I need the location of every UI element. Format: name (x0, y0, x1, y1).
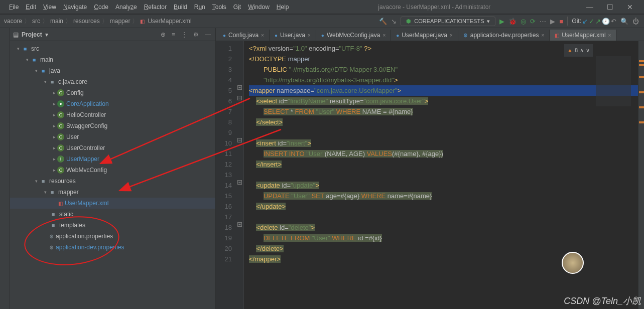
git-history-icon[interactable]: 🕗 (602, 18, 610, 25)
close-icon[interactable]: × (450, 33, 453, 38)
line-number-gutter[interactable]: 123456789101112131415161718192021 (216, 41, 236, 309)
step-icon[interactable]: ▶ (550, 18, 555, 25)
expand-all-icon[interactable]: ≡ (170, 31, 177, 38)
tree-pkg[interactable]: c.java.core (58, 78, 87, 85)
gear-icon[interactable]: ⚙ (192, 31, 200, 38)
tab-usermapper-xml[interactable]: ◧UserMapper.xml× (550, 30, 616, 41)
project-panel-title[interactable]: Project (22, 31, 42, 38)
attach-icon[interactable]: ⋯ (540, 18, 546, 25)
fold-handle[interactable]: − (237, 96, 242, 100)
tab-usermapper-java[interactable]: ●UserMapper.java× (391, 30, 458, 41)
hide-panel-icon[interactable]: — (203, 31, 212, 38)
menu-window[interactable]: Window (248, 4, 270, 11)
git-label: Git: (572, 18, 581, 25)
coverage-icon[interactable]: ◎ (521, 18, 526, 25)
menu-analyze[interactable]: Analyze (115, 4, 137, 11)
tree-src[interactable]: src (31, 45, 39, 52)
build-icon[interactable]: ↘ (391, 18, 397, 25)
tree-userctrl[interactable]: UserController (66, 144, 105, 151)
menu-edit[interactable]: Edit (26, 4, 36, 11)
inspection-widget[interactable]: ▲8∧∨ (564, 44, 593, 57)
menu-bar: File Edit View Navigate Code Analyze Ref… (4, 2, 289, 13)
git-update-icon[interactable]: ↙ (582, 18, 588, 25)
tree-static[interactable]: static (59, 211, 73, 218)
tree-java[interactable]: java (49, 67, 60, 74)
menu-code[interactable]: Code (94, 4, 108, 11)
menu-help[interactable]: Help (277, 4, 289, 11)
maximize-button[interactable]: ☐ (600, 3, 620, 11)
tree-webmvc[interactable]: WebMvcConfig (66, 167, 107, 174)
fold-handle[interactable]: − (237, 138, 242, 142)
code-minimap[interactable] (596, 56, 631, 106)
debug-icon[interactable]: 🐞 (508, 18, 517, 25)
tree-main[interactable]: main (40, 56, 53, 63)
search-icon[interactable]: 🔍 (620, 18, 628, 25)
menu-refactor[interactable]: Refactor (144, 4, 167, 11)
stop-icon[interactable]: ■ (559, 18, 563, 25)
tree-config[interactable]: Config (66, 89, 84, 96)
tab-webmvc[interactable]: ●WebMvcConfig.java× (316, 30, 391, 41)
fold-handle[interactable]: − (237, 180, 242, 185)
tree-coreapp[interactable]: CoreApplication (66, 100, 109, 107)
git-revert-icon[interactable]: ↶ (611, 18, 616, 25)
bc-resources[interactable]: resources (73, 18, 100, 25)
tree-mapper[interactable]: mapper (58, 189, 79, 196)
menu-build[interactable]: Build (174, 4, 187, 11)
chevron-down-icon[interactable]: ∨ (586, 45, 590, 56)
tree-usermapper[interactable]: UserMapper (66, 156, 99, 163)
bc-mapper[interactable]: mapper (110, 18, 131, 25)
git-push-icon[interactable]: ↗ (595, 18, 601, 25)
hammer-icon[interactable]: 🔨 (379, 18, 387, 25)
error-stripe[interactable] (638, 41, 644, 309)
close-icon[interactable]: × (541, 33, 544, 38)
bc-file[interactable]: UserMapper.xml (148, 18, 191, 25)
menu-file[interactable]: File (9, 4, 19, 11)
tree-user[interactable]: User (66, 133, 79, 140)
left-tool-rail[interactable] (0, 28, 10, 309)
run-config-selector[interactable]: ⬢ COREAPPLICATIONTESTS ▾ (401, 17, 495, 26)
collapse-all-icon[interactable]: ⋮ (180, 31, 189, 38)
properties-file-icon: ⚙ (49, 234, 54, 239)
git-commit-icon[interactable]: ✓ (589, 18, 594, 25)
profile-icon[interactable]: ⟳ (530, 18, 536, 25)
xml-file-icon: ◧ (555, 33, 559, 38)
bc-main[interactable]: main (50, 18, 63, 25)
tree-swagger[interactable]: SwaggerConfig (66, 122, 107, 129)
tab-config[interactable]: ●Config.java× (218, 30, 270, 41)
chevron-down-icon[interactable]: ▾ (45, 31, 48, 38)
settings-icon[interactable]: ⏻ (632, 18, 639, 25)
tab-appdevprops[interactable]: ⚙application-dev.properties× (458, 30, 550, 41)
bc-src[interactable]: src (32, 18, 40, 25)
select-opened-icon[interactable]: ⊕ (159, 31, 167, 38)
xml-file-icon: ◧ (140, 19, 145, 24)
project-tree[interactable]: ▾■src ▾■main ▾■java ▾■c.java.core ▸CConf… (10, 41, 215, 255)
tree-appdevprops[interactable]: application-dev.properties (56, 244, 124, 251)
tree-resources[interactable]: resources (49, 178, 76, 185)
tree-hello[interactable]: HelloController (66, 111, 106, 118)
tab-user[interactable]: ●User.java× (270, 30, 316, 41)
avatar (562, 252, 584, 274)
tree-templates[interactable]: templates (59, 222, 85, 229)
bc-project[interactable]: vacore (4, 18, 22, 25)
minimize-button[interactable]: — (580, 3, 600, 11)
tree-usermapperxml[interactable]: UserMapper.xml (65, 200, 108, 207)
menu-run[interactable]: Run (194, 4, 205, 11)
close-button[interactable]: ✕ (620, 3, 640, 11)
close-icon[interactable]: × (308, 33, 311, 38)
fold-gutter[interactable]: − − − − − (236, 41, 244, 309)
fold-handle[interactable]: − (237, 85, 242, 90)
chevron-up-icon[interactable]: ∧ (580, 45, 584, 56)
menu-navigate[interactable]: Navigate (63, 4, 87, 11)
menu-tools[interactable]: Tools (212, 4, 226, 11)
close-icon[interactable]: × (382, 33, 385, 38)
menu-git[interactable]: Git (233, 4, 241, 11)
menu-view[interactable]: View (43, 4, 56, 11)
xml-file-icon: ◧ (58, 201, 63, 206)
close-icon[interactable]: × (261, 33, 264, 38)
tree-appprops[interactable]: application.properties (56, 233, 113, 240)
class-icon: C (57, 133, 64, 140)
close-icon[interactable]: × (608, 33, 611, 38)
run-icon[interactable]: ▶ (499, 18, 504, 25)
class-icon: C (57, 122, 64, 129)
fold-handle[interactable]: − (237, 222, 242, 227)
